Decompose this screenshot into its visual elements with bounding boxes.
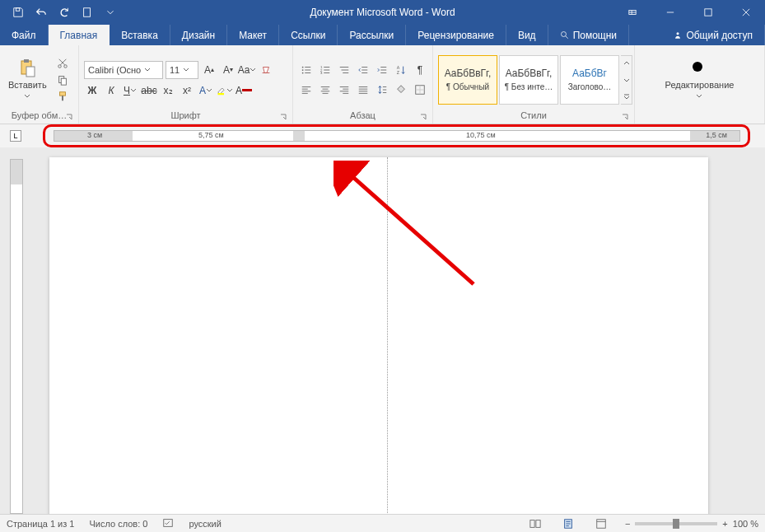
sort-button[interactable]: AZ: [393, 62, 409, 78]
status-proofing-icon[interactable]: [162, 517, 174, 530]
ribbon-options-button[interactable]: [613, 0, 651, 25]
zoom-value[interactable]: 100 %: [733, 519, 758, 529]
close-button[interactable]: [727, 0, 765, 25]
tab-review[interactable]: Рецензирование: [406, 25, 506, 45]
underline-button[interactable]: Ч: [122, 82, 138, 99]
style-gallery: АаБбВвГг, ¶ Обычный АаБбВвГг, ¶ Без инте…: [438, 55, 632, 105]
group-paragraph: 123 AZ ¶ Абзац: [293, 45, 433, 124]
show-marks-button[interactable]: ¶: [412, 62, 428, 78]
save-button[interactable]: [8, 2, 28, 22]
style-preview: АаБбВвГг,: [445, 68, 492, 79]
increase-indent-button[interactable]: [374, 62, 390, 78]
svg-rect-3: [705, 9, 711, 16]
tab-view[interactable]: Вид: [506, 25, 548, 45]
annotation-highlight: [43, 124, 750, 147]
bullets-button[interactable]: [298, 62, 315, 78]
superscript-button[interactable]: x²: [179, 82, 195, 99]
format-painter-button[interactable]: [55, 89, 70, 104]
paste-button[interactable]: Вставить: [5, 57, 50, 103]
status-page[interactable]: Страница 1 из 1: [7, 519, 74, 529]
undo-button[interactable]: [31, 2, 51, 22]
window-title: Документ Microsoft Word - Word: [310, 7, 455, 18]
ribbon: Вставить Буфер обм… Calibri (Осно 11 A▴ …: [0, 45, 765, 124]
editing-button[interactable]: Редактирование: [662, 57, 738, 103]
svg-rect-30: [597, 519, 606, 528]
paragraph-launcher[interactable]: [419, 112, 427, 120]
svg-point-10: [63, 64, 67, 68]
tab-insert[interactable]: Вставка: [110, 25, 170, 45]
numbering-button[interactable]: 123: [317, 62, 334, 78]
cut-button[interactable]: [55, 56, 70, 71]
svg-rect-1: [84, 8, 91, 17]
font-size-combo[interactable]: 11: [166, 61, 198, 79]
subscript-button[interactable]: x₂: [160, 82, 176, 99]
highlight-button[interactable]: [217, 82, 233, 99]
clipboard-launcher[interactable]: [65, 112, 73, 120]
align-right-button[interactable]: [336, 82, 352, 98]
zoom-slider[interactable]: [635, 522, 717, 525]
shading-button[interactable]: [393, 82, 409, 98]
text-effects-button[interactable]: A: [198, 82, 214, 99]
svg-rect-0: [16, 8, 19, 12]
vertical-ruler[interactable]: [10, 159, 23, 514]
svg-rect-12: [61, 78, 66, 85]
view-print-button[interactable]: [559, 516, 577, 531]
decrease-indent-button[interactable]: [355, 62, 371, 78]
clear-formatting-button[interactable]: [258, 62, 274, 78]
justify-button[interactable]: [355, 82, 371, 98]
view-read-button[interactable]: [526, 516, 544, 531]
tab-selector[interactable]: L: [10, 130, 21, 142]
maximize-button[interactable]: [689, 0, 727, 25]
style-gallery-scroll[interactable]: [621, 55, 632, 105]
document-page[interactable]: [49, 157, 708, 514]
status-language[interactable]: русский: [189, 519, 221, 529]
style-no-spacing[interactable]: АаБбВвГг, ¶ Без инте…: [499, 55, 558, 105]
line-spacing-button[interactable]: [374, 82, 390, 98]
tab-design[interactable]: Дизайн: [170, 25, 227, 45]
copy-button[interactable]: [55, 72, 70, 87]
new-doc-button[interactable]: [77, 2, 97, 22]
zoom-in-button[interactable]: +: [722, 519, 727, 529]
tab-tell-me[interactable]: Помощни: [548, 25, 629, 45]
change-case-button[interactable]: Aa: [239, 62, 255, 78]
style-normal[interactable]: АаБбВвГг, ¶ Обычный: [438, 55, 497, 105]
align-left-button[interactable]: [298, 82, 315, 98]
bold-button[interactable]: Ж: [84, 82, 100, 99]
group-font: Calibri (Осно 11 A▴ A▾ Aa Ж К Ч abc x₂ x…: [79, 45, 293, 124]
svg-text:3: 3: [320, 71, 323, 75]
tab-mailings[interactable]: Рассылки: [338, 25, 406, 45]
redo-button[interactable]: [54, 2, 74, 22]
align-center-button[interactable]: [317, 82, 334, 98]
shrink-font-button[interactable]: A▾: [220, 62, 236, 78]
zoom-out-button[interactable]: −: [625, 519, 630, 529]
paste-label: Вставить: [8, 80, 47, 90]
quick-access-toolbar: [0, 2, 120, 22]
strike-button[interactable]: abc: [141, 82, 157, 99]
title-bar: Документ Microsoft Word - Word: [0, 0, 765, 25]
tab-layout[interactable]: Макет: [227, 25, 279, 45]
svg-point-15: [302, 66, 304, 68]
tab-references[interactable]: Ссылки: [279, 25, 338, 45]
borders-button[interactable]: [412, 82, 428, 98]
style-name: Заголово…: [568, 82, 612, 91]
status-words[interactable]: Число слов: 0: [89, 519, 147, 529]
style-heading1[interactable]: АаБбВг Заголово…: [560, 55, 619, 105]
tab-share[interactable]: Общий доступ: [661, 25, 765, 45]
tab-file[interactable]: Файл: [0, 25, 49, 45]
font-name-combo[interactable]: Calibri (Осно: [84, 61, 163, 79]
clipboard-label: Буфер обм…: [12, 110, 67, 120]
grow-font-button[interactable]: A▴: [201, 62, 217, 78]
multilevel-button[interactable]: [336, 62, 352, 78]
paragraph-label: Абзац: [350, 110, 376, 120]
font-color-button[interactable]: A: [236, 82, 252, 99]
view-web-button[interactable]: [592, 516, 610, 531]
tab-home[interactable]: Главная: [49, 25, 110, 45]
font-launcher[interactable]: [279, 112, 287, 120]
document-workspace: [0, 147, 765, 514]
qat-customize-button[interactable]: [100, 2, 120, 22]
styles-launcher[interactable]: [621, 112, 629, 120]
style-name: ¶ Без инте…: [505, 82, 553, 91]
italic-button[interactable]: К: [103, 82, 119, 99]
styles-label: Стили: [520, 110, 547, 120]
minimize-button[interactable]: [651, 0, 689, 25]
